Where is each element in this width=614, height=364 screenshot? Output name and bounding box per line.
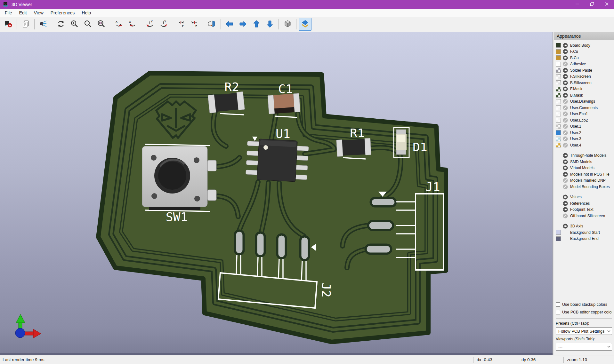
color-swatch[interactable] bbox=[556, 230, 561, 235]
visibility-eye-icon[interactable] bbox=[563, 68, 568, 73]
visibility-eye-icon[interactable] bbox=[563, 166, 568, 170]
layer-row-user-drawings[interactable]: User.Drawings bbox=[556, 99, 614, 105]
restore-button[interactable] bbox=[585, 0, 599, 9]
layer-row-f-mask[interactable]: F.Mask bbox=[556, 86, 614, 92]
visibility-hidden-icon[interactable] bbox=[563, 213, 568, 218]
titlebar[interactable]: 3D Viewer bbox=[0, 0, 614, 9]
raytracing-button[interactable] bbox=[37, 18, 50, 31]
color-swatch[interactable] bbox=[556, 112, 561, 116]
rotate-z-ccw-button[interactable]: Z bbox=[188, 18, 201, 31]
visibility-eye-icon[interactable] bbox=[563, 87, 568, 91]
rotate-z-cw-button[interactable]: Z bbox=[174, 18, 187, 31]
pan-up-button[interactable] bbox=[250, 18, 263, 31]
visibility-hidden-icon[interactable] bbox=[563, 137, 568, 141]
visibility-eye-icon[interactable] bbox=[563, 201, 568, 206]
layer-row-3d-axis[interactable]: 3D Axis bbox=[556, 223, 614, 230]
layer-row-user-2[interactable]: User.2 bbox=[556, 130, 614, 136]
flip-board-button[interactable] bbox=[206, 18, 218, 31]
menu-help[interactable]: Help bbox=[78, 9, 94, 17]
color-swatch[interactable] bbox=[556, 87, 561, 91]
minimize-button[interactable] bbox=[570, 0, 585, 9]
layer-row-background-end[interactable]: Background End bbox=[556, 236, 614, 242]
color-swatch[interactable] bbox=[556, 49, 561, 54]
pan-down-button[interactable] bbox=[263, 18, 276, 31]
layer-row-b-mask[interactable]: B.Mask bbox=[556, 92, 614, 99]
appearance-manager-button[interactable] bbox=[299, 18, 311, 31]
color-swatch[interactable] bbox=[556, 93, 561, 98]
layer-row-off-board-silkscreen[interactable]: Off-board Silkscreen bbox=[556, 213, 614, 219]
checkbox-row-use-board-stackup-colors[interactable]: Use board stackup colors bbox=[556, 301, 612, 308]
presets-select[interactable]: Follow PCB Plot Settings bbox=[556, 327, 612, 335]
refresh-view-button[interactable] bbox=[54, 18, 67, 31]
layer-row-f-cu[interactable]: F.Cu bbox=[556, 49, 614, 55]
visibility-hidden-icon[interactable] bbox=[563, 178, 568, 183]
color-swatch[interactable] bbox=[556, 55, 561, 60]
viewports-select[interactable]: --- bbox=[556, 343, 612, 351]
zoom-out-button[interactable] bbox=[81, 18, 94, 31]
layer-row-models-not-in-pos-file[interactable]: Models not in POS File bbox=[556, 171, 614, 178]
visibility-hidden-icon[interactable] bbox=[563, 62, 568, 67]
color-swatch[interactable] bbox=[556, 130, 561, 135]
layer-row-user-4[interactable]: User.4 bbox=[556, 142, 614, 148]
layer-row-virtual-models[interactable]: Virtual Models bbox=[556, 165, 614, 171]
visibility-eye-icon[interactable] bbox=[563, 224, 568, 229]
close-button[interactable] bbox=[599, 0, 614, 9]
layer-row-user-eco1[interactable]: User.Eco1 bbox=[556, 111, 614, 117]
layer-row-background-start[interactable]: Background Start bbox=[556, 229, 614, 236]
visibility-eye-icon[interactable] bbox=[563, 207, 568, 212]
visibility-eye-icon[interactable] bbox=[563, 55, 568, 60]
color-swatch[interactable] bbox=[556, 118, 561, 123]
rotate-y-ccw-button[interactable]: Y bbox=[157, 18, 170, 31]
menu-edit[interactable]: Edit bbox=[16, 9, 30, 17]
color-swatch[interactable] bbox=[556, 236, 561, 241]
rotate-x-ccw-button[interactable]: X bbox=[126, 18, 139, 31]
visibility-eye-icon[interactable] bbox=[563, 93, 568, 98]
layer-row-user-1[interactable]: User.1 bbox=[556, 123, 614, 130]
visibility-hidden-icon[interactable] bbox=[563, 124, 568, 129]
layer-row-b-cu[interactable]: B.Cu bbox=[556, 55, 614, 61]
layer-row-f-silkscreen[interactable]: F.Silkscreen bbox=[556, 74, 614, 80]
color-swatch[interactable] bbox=[556, 99, 561, 104]
color-swatch[interactable] bbox=[556, 68, 561, 73]
visibility-hidden-icon[interactable] bbox=[563, 105, 568, 110]
layer-row-solder-paste[interactable]: Solder Paste bbox=[556, 67, 614, 74]
visibility-eye-icon[interactable] bbox=[563, 153, 568, 158]
zoom-fit-button[interactable] bbox=[95, 18, 108, 31]
layer-row-references[interactable]: References bbox=[556, 200, 614, 207]
visibility-hidden-icon[interactable] bbox=[563, 99, 568, 104]
color-swatch[interactable] bbox=[556, 80, 561, 85]
reload-board-button[interactable] bbox=[2, 18, 14, 31]
color-swatch[interactable] bbox=[556, 137, 561, 141]
pan-right-button[interactable] bbox=[237, 18, 249, 31]
checkbox-unchecked[interactable] bbox=[556, 310, 560, 314]
layer-row-models-marked-dnp[interactable]: Models marked DNP bbox=[556, 178, 614, 184]
visibility-eye-icon[interactable] bbox=[563, 159, 568, 164]
3d-viewport[interactable]: R2 C1 U1 R1 D1 SW1 J1 J2 bbox=[0, 32, 553, 355]
layer-row-through-hole-models[interactable]: Through-hole Models bbox=[556, 153, 614, 159]
orthographic-projection-button[interactable] bbox=[281, 18, 294, 31]
pan-left-button[interactable] bbox=[223, 18, 236, 31]
checkbox-unchecked[interactable] bbox=[556, 302, 560, 307]
color-swatch[interactable] bbox=[556, 62, 561, 67]
color-swatch[interactable] bbox=[556, 105, 561, 110]
copy-image-button[interactable] bbox=[19, 18, 32, 31]
visibility-eye-icon[interactable] bbox=[563, 195, 568, 200]
color-swatch[interactable] bbox=[556, 143, 561, 147]
layer-row-b-silkscreen[interactable]: B.Silkscreen bbox=[556, 80, 614, 86]
color-swatch[interactable] bbox=[556, 124, 561, 129]
visibility-hidden-icon[interactable] bbox=[563, 130, 568, 135]
rotate-y-cw-button[interactable]: Y bbox=[143, 18, 156, 31]
color-swatch[interactable] bbox=[556, 43, 561, 48]
visibility-hidden-icon[interactable] bbox=[563, 118, 568, 123]
layer-row-adhesive[interactable]: Adhesive bbox=[556, 61, 614, 67]
layer-row-board-body[interactable]: Board Body bbox=[556, 42, 614, 49]
checkbox-row-use-pcb-editor-copper-colors[interactable]: Use PCB editor copper colors bbox=[556, 308, 612, 316]
menu-preferences[interactable]: Preferences bbox=[47, 9, 78, 17]
visibility-eye-icon[interactable] bbox=[563, 80, 568, 85]
visibility-hidden-icon[interactable] bbox=[563, 112, 568, 116]
visibility-eye-icon[interactable] bbox=[563, 74, 568, 79]
layer-row-user-comments[interactable]: User.Comments bbox=[556, 105, 614, 111]
layer-row-model-bounding-boxes[interactable]: Model Bounding Boxes bbox=[556, 184, 614, 190]
visibility-hidden-icon[interactable] bbox=[563, 143, 568, 147]
zoom-in-button[interactable] bbox=[68, 18, 81, 31]
